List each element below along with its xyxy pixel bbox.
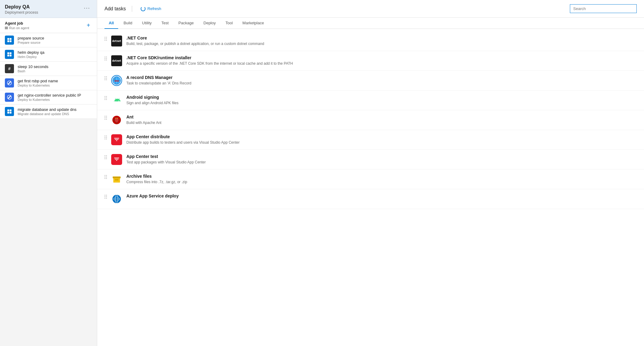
drag-handle [104,134,107,139]
agent-job-subtitle: Run on agent [5,26,29,30]
header-divider [132,6,132,12]
task-icon [5,78,14,87]
dotnet-icon: dotnet [111,36,122,46]
catalog-item-title: A record DNS Manager [126,75,191,80]
catalog-item[interactable]: Azure App Service deploy [97,189,644,209]
page-title: Deploy QA [5,4,38,10]
catalog-item-title: .NET Core [126,36,264,40]
svg-rect-31 [115,179,118,180]
tab-package[interactable]: Package [174,18,198,29]
catalog-item-desc: Sign and align Android APK files [126,101,178,106]
catalog-item[interactable]: App Center distribute Distribute app bui… [97,130,644,150]
catalog-item-desc: Acquire a specific version of the .NET C… [126,61,293,66]
drag-handle [104,174,107,179]
drag-handle [104,75,107,80]
svg-line-28 [117,123,118,124]
tab-marketplace[interactable]: Marketplace [238,18,268,29]
catalog-item[interactable]: Archive files Compress files into .7z, .… [97,170,644,189]
drag-handle [104,154,107,159]
catalog-text: App Center test Test app packages with V… [126,154,206,165]
azure-icon [111,194,122,204]
catalog-item-desc: Distribute app builds to testers and use… [126,140,240,145]
task-name: sleep 10 seconds [18,64,48,69]
add-task-button[interactable]: + [85,21,92,29]
task-text: get nginx-controller service public IP D… [18,93,81,101]
catalog-item-title: Archive files [126,174,187,179]
agent-job-title: Agent job [5,21,29,26]
tab-tool[interactable]: Tool [221,18,237,29]
task-desc: Deploy to Kubernetes [18,84,58,87]
task-item[interactable]: migrate database and update dns Migrate … [0,104,97,119]
task-item[interactable]: prepare source Prepare source [0,33,97,47]
refresh-button[interactable]: Refresh [138,5,164,12]
task-desc: Prepare source [18,41,44,44]
catalog-text: App Center distribute Distribute app bui… [126,134,240,145]
svg-point-20 [117,118,118,119]
svg-text:DNS: DNS [115,80,119,82]
task-icon: # [5,64,14,73]
svg-line-27 [116,123,116,124]
catalog-text: Archive files Compress files into .7z, .… [126,174,187,185]
drag-handle [104,36,107,41]
tab-deploy[interactable]: Deploy [199,18,220,29]
android-icon [111,95,122,106]
catalog-text: Android signing Sign and align Android A… [126,95,178,106]
svg-rect-8 [7,109,9,111]
task-name: get nginx-controller service public IP [18,93,81,98]
refresh-label: Refresh [147,6,161,11]
catalog-item-title: Azure App Service deploy [126,194,179,198]
drag-handle [104,194,107,199]
dns-icon: DNS A [111,75,122,86]
dotnet-icon: dotnet [111,55,122,66]
agent-job-section: Agent job Run on agent + [0,18,97,33]
bars-icon [5,27,8,29]
svg-rect-29 [113,176,121,178]
more-options-icon[interactable]: ··· [82,4,92,12]
appcenter-icon [111,134,122,145]
catalog-item[interactable]: DNS A A record DNS Manager Task to creat… [97,71,644,91]
catalog-item-desc: Task to create/update an 'A' Dns Record [126,81,191,86]
add-tasks-title: Add tasks [104,6,126,12]
tab-build[interactable]: Build [119,18,137,29]
svg-rect-5 [10,52,12,54]
tabs-bar: AllBuildUtilityTestPackageDeployToolMark… [97,18,644,29]
search-input[interactable] [570,4,637,13]
catalog-text: A record DNS Manager Task to create/upda… [126,75,191,86]
catalog-item[interactable]: dotnet .NET Core SDK/runtime installer A… [97,51,644,71]
task-icon [5,50,14,59]
svg-rect-1 [10,38,12,40]
task-item[interactable]: get nginx-controller service public IP D… [0,90,97,104]
svg-rect-4 [7,52,9,54]
catalog-text: .NET Core SDK/runtime installer Acquire … [126,55,293,66]
task-icon [5,93,14,102]
catalog-item-desc: Build, test, package, or publish a dotne… [126,41,264,46]
task-catalog: dotnet .NET Core Build, test, package, o… [97,29,644,346]
tab-test[interactable]: Test [157,18,173,29]
task-item[interactable]: get first rsbp pod name Deploy to Kubern… [0,76,97,90]
task-desc: Migrate database and update DNS [18,112,77,116]
task-name: get first rsbp pod name [18,79,58,83]
left-panel: Deploy QA Deployment process ··· Agent j… [0,0,97,346]
task-item[interactable]: # sleep 10 seconds Bash [0,62,97,76]
task-icon [5,107,14,116]
catalog-item[interactable]: App Center test Test app packages with V… [97,150,644,170]
catalog-text: Ant Build with Apache Ant [126,115,161,125]
catalog-item[interactable]: Ant Build with Apache Ant [97,110,644,130]
task-item[interactable]: helm deploy qa Helm Deploy [0,47,97,62]
right-header-left: Add tasks Refresh [104,5,164,12]
agent-job-info: Agent job Run on agent [5,21,29,30]
task-desc: Deploy to Kubernetes [18,98,81,101]
catalog-item-desc: Test app packages with Visual Studio App… [126,160,206,165]
tab-all[interactable]: All [104,18,118,29]
svg-rect-3 [10,40,12,42]
ant-icon [111,115,122,125]
svg-point-19 [115,118,116,119]
catalog-item-title: Android signing [126,95,178,100]
catalog-item[interactable]: Android signing Sign and align Android A… [97,91,644,110]
catalog-item-title: App Center distribute [126,134,240,139]
catalog-item-title: Ant [126,115,161,119]
right-header: Add tasks Refresh [97,0,644,18]
catalog-item[interactable]: dotnet .NET Core Build, test, package, o… [97,31,644,51]
catalog-item-desc: Compress files into .7z, .tar.gz, or .zi… [126,180,187,185]
tab-utility[interactable]: Utility [138,18,156,29]
